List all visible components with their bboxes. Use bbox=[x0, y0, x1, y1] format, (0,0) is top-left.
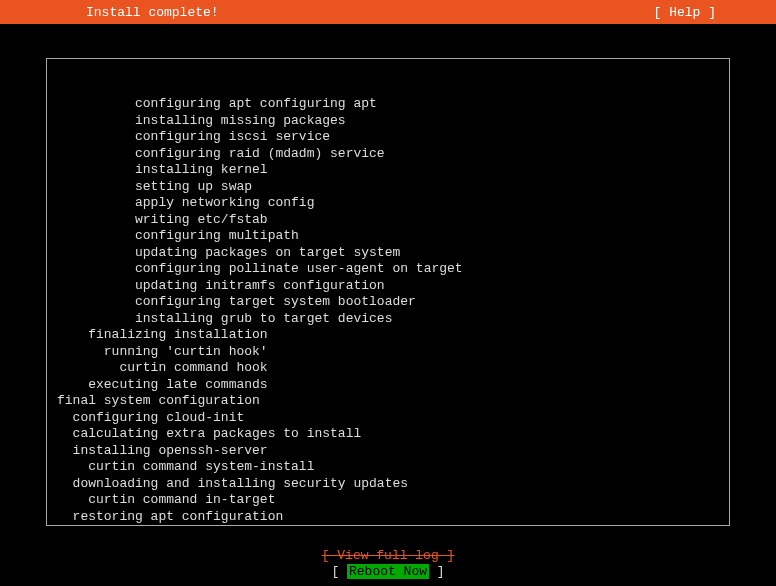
log-line: installing missing packages bbox=[57, 113, 719, 130]
log-line: executing late commands bbox=[57, 377, 719, 394]
log-line: downloading and installing security upda… bbox=[57, 476, 719, 493]
log-line: configuring target system bootloader bbox=[57, 294, 719, 311]
scrollbar[interactable] bbox=[719, 60, 728, 524]
log-line: writing etc/fstab bbox=[57, 212, 719, 229]
bracket-close: ] bbox=[429, 564, 445, 579]
log-line: restoring apt configuration bbox=[57, 509, 719, 526]
log-line: updating packages on target system bbox=[57, 245, 719, 262]
log-line: configuring iscsi service bbox=[57, 129, 719, 146]
log-line: setting up swap bbox=[57, 179, 719, 196]
footer-actions: [ View full log ] [ Reboot Now ] bbox=[0, 548, 776, 580]
log-line: curtin command in-target bbox=[57, 492, 719, 509]
log-line: curtin command in-target bbox=[57, 525, 719, 526]
view-full-log-button[interactable]: [ View full log ] bbox=[322, 548, 455, 564]
help-button[interactable]: [ Help ] bbox=[654, 5, 716, 20]
log-line: curtin command hook bbox=[57, 360, 719, 377]
log-line: configuring cloud-init bbox=[57, 410, 719, 427]
log-line: installing kernel bbox=[57, 162, 719, 179]
install-log: configuring apt configuring apt installi… bbox=[46, 58, 730, 526]
log-line: installing grub to target devices bbox=[57, 311, 719, 328]
log-line: updating initramfs configuration bbox=[57, 278, 719, 295]
reboot-label: Reboot Now bbox=[347, 564, 429, 579]
log-line: installing openssh-server bbox=[57, 443, 719, 460]
log-line: finalizing installation bbox=[57, 327, 719, 344]
log-line: configuring pollinate user-agent on targ… bbox=[57, 261, 719, 278]
page-title: Install complete! bbox=[86, 5, 219, 20]
bracket-open: [ bbox=[331, 564, 347, 579]
log-line: apply networking config bbox=[57, 195, 719, 212]
log-line: configuring multipath bbox=[57, 228, 719, 245]
log-line: calculating extra packages to install bbox=[57, 426, 719, 443]
log-line: final system configuration bbox=[57, 393, 719, 410]
log-line: curtin command system-install bbox=[57, 459, 719, 476]
reboot-now-button[interactable]: [ Reboot Now ] bbox=[331, 564, 444, 580]
log-line: configuring apt configuring apt bbox=[57, 96, 719, 113]
log-line: running 'curtin hook' bbox=[57, 344, 719, 361]
log-line: configuring raid (mdadm) service bbox=[57, 146, 719, 163]
header-bar: Install complete! [ Help ] bbox=[0, 0, 776, 24]
